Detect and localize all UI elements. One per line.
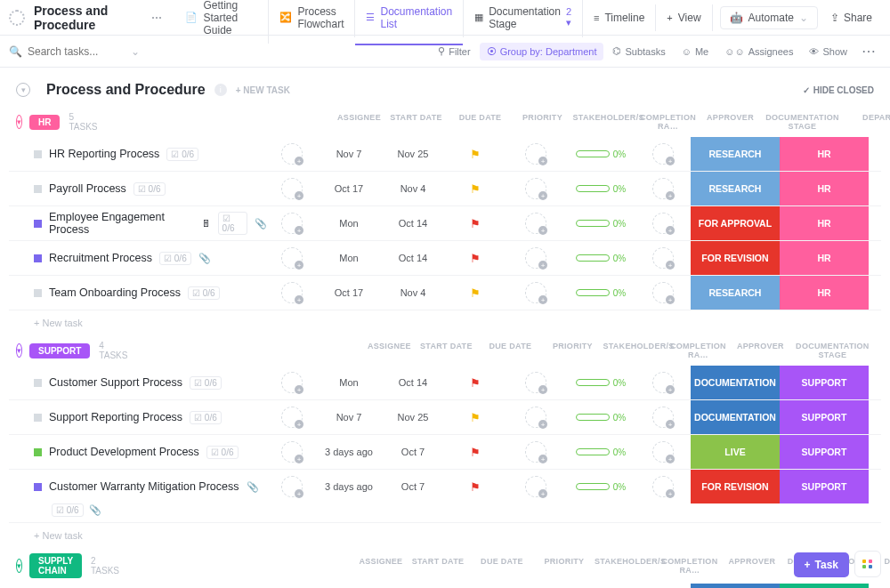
task-name[interactable]: HR Reporting Process [49,148,159,160]
task-row[interactable]: Support Reporting Process☑ 0/6Nov 7Nov 2… [9,400,881,435]
approver-cell[interactable] [635,178,691,199]
task-row[interactable]: Employee Engagement Process🎚☑ 0/6📎MonOct… [9,206,881,241]
task-name[interactable]: Team Onboarding Process [49,286,181,299]
assignee-cell[interactable] [267,143,317,165]
subtask-count[interactable]: ☑ 0/6 [190,376,222,390]
stakeholder-cell[interactable] [506,476,566,497]
assignee-cell[interactable] [267,213,317,234]
completion-cell[interactable]: 0% [566,219,635,229]
stage-cell[interactable]: RESEARCH [691,276,780,310]
add-task-link[interactable]: + New task [9,523,881,548]
assignee-cell[interactable] [267,372,317,393]
dept-cell[interactable]: HR [780,206,869,240]
hide-closed-toggle[interactable]: ✓HIDE CLOSED [803,85,874,95]
attachment-icon[interactable]: 📎 [255,218,267,230]
group-collapse-button[interactable]: ▾ [16,559,22,573]
col-priority[interactable]: PRIORITY [534,557,595,575]
due-date-cell[interactable]: Oct 7 [381,447,445,457]
subtask-count[interactable]: ☑ 0/6 [134,182,166,196]
stakeholder-cell[interactable] [506,213,566,234]
due-date-cell[interactable]: Oct 7 [381,481,445,492]
col-stakeholder-s[interactable]: STAKEHOLDER/S [595,557,655,575]
subtask-count[interactable]: ☑ 0/6 [190,411,222,424]
task-row[interactable]: Recruitment Process☑ 0/6📎MonOct 14⚑0%FOR… [9,241,881,276]
approver-cell[interactable] [635,441,691,463]
stakeholder-cell[interactable] [506,407,566,428]
apps-fab[interactable] [854,551,881,577]
subtask-count[interactable]: ☑ 0/6 [159,252,191,265]
completion-cell[interactable]: 0% [566,149,635,159]
view-tab-view[interactable]: +View [656,4,712,31]
task-row[interactable]: Product Development Process☑ 0/63 days a… [9,435,881,470]
group-collapse-button[interactable]: ▾ [16,115,22,129]
task-row[interactable]: Customer Support Process☑ 0/6MonOct 14⚑0… [9,366,881,400]
subtask-count[interactable]: ☑ 0/6 [166,148,198,161]
approver-cell[interactable] [635,247,691,269]
task-name[interactable]: Support Reporting Process [49,411,182,423]
col-assignee[interactable]: ASSIGNEE [335,113,384,131]
assignee-cell[interactable] [267,178,317,199]
due-date-cell[interactable]: Nov 25 [381,149,445,159]
priority-cell[interactable]: ⚑ [445,252,506,265]
dept-cell[interactable]: SUPPLY CHAIN [780,584,869,588]
view-tab-documentation-list[interactable]: ☰Documentation List [355,0,464,37]
assignee-cell[interactable] [267,407,317,428]
group-collapse-button[interactable]: ▾ [16,343,22,358]
stakeholder-cell[interactable] [506,143,566,165]
task-name[interactable]: Recruitment Process [49,252,152,264]
status-square[interactable] [34,289,42,297]
group-pill[interactable]: SUPPLY CHAIN [29,553,82,578]
collapse-all-button[interactable]: ▾ [16,83,30,97]
assignee-cell[interactable] [267,282,317,303]
subtask-count[interactable]: ☑ 0/6 [188,286,220,300]
due-date-cell[interactable]: Oct 14 [381,218,445,229]
dept-cell[interactable]: SUPPORT [780,470,869,503]
status-square[interactable] [34,220,42,228]
automate-button[interactable]: 🤖 Automate ⌄ [720,6,818,29]
status-square[interactable] [34,448,42,456]
group-pill[interactable]: HR [29,115,60,130]
stage-cell[interactable]: RESEARCH [691,137,780,171]
info-icon[interactable]: i [214,84,227,96]
priority-cell[interactable]: ⚑ [445,376,506,390]
more-icon[interactable]: ⋯ [856,43,881,60]
stage-cell[interactable]: FOR REVISION [691,470,780,503]
status-square[interactable] [34,379,42,387]
status-square[interactable] [34,483,42,491]
completion-cell[interactable]: 0% [566,378,635,388]
col-start-date[interactable]: START DATE [384,113,449,131]
task-name[interactable]: Product Development Process [49,446,199,458]
due-date-cell[interactable]: Oct 14 [381,377,445,388]
stage-cell[interactable]: DOCUMENTATION [691,400,780,434]
attachment-icon[interactable]: 📎 [198,253,211,264]
col-priority[interactable]: PRIORITY [542,342,603,359]
col-start-date[interactable]: START DATE [414,342,478,359]
stakeholder-cell[interactable] [506,282,566,303]
attachment-icon[interactable]: 📎 [247,481,259,493]
new-task-fab[interactable]: +Task [794,552,849,577]
due-date-cell[interactable]: Nov 4 [381,287,445,298]
view-tab-documentation-stage[interactable]: ▦Documentation Stage2 ▾ [464,0,583,37]
task-row[interactable]: Payroll Process☑ 0/6Oct 17Nov 4⚑0%RESEAR… [9,172,881,206]
assignees-chip[interactable]: ☺☺Assignees [717,43,800,60]
start-date-cell[interactable]: Oct 17 [317,287,381,298]
stakeholder-cell[interactable] [506,372,566,393]
dept-cell[interactable]: HR [780,241,869,275]
status-square[interactable] [34,254,42,262]
task-row[interactable]: Product Logistics Process☑ 0/6MonOct 14⚑… [9,584,881,588]
priority-cell[interactable]: ⚑ [445,446,506,459]
add-task-link[interactable]: + New task [9,310,881,335]
start-date-cell[interactable]: 3 days ago [317,447,381,457]
col-start-date[interactable]: START DATE [406,557,470,575]
group-pill[interactable]: SUPPORT [29,343,90,358]
start-date-cell[interactable]: Mon [317,253,381,263]
due-date-cell[interactable]: Oct 14 [381,253,445,263]
search-input[interactable] [28,45,125,58]
start-date-cell[interactable]: Oct 17 [317,183,381,194]
dept-cell[interactable]: SUPPORT [780,400,869,434]
stage-cell[interactable]: LIVE [691,435,780,469]
stage-cell[interactable]: FOR REVISION [691,241,780,275]
dept-cell[interactable]: SUPPORT [780,366,869,399]
col-completion-ra-[interactable]: COMPLETION RA… [655,557,724,575]
col-due-date[interactable]: DUE DATE [449,113,513,131]
